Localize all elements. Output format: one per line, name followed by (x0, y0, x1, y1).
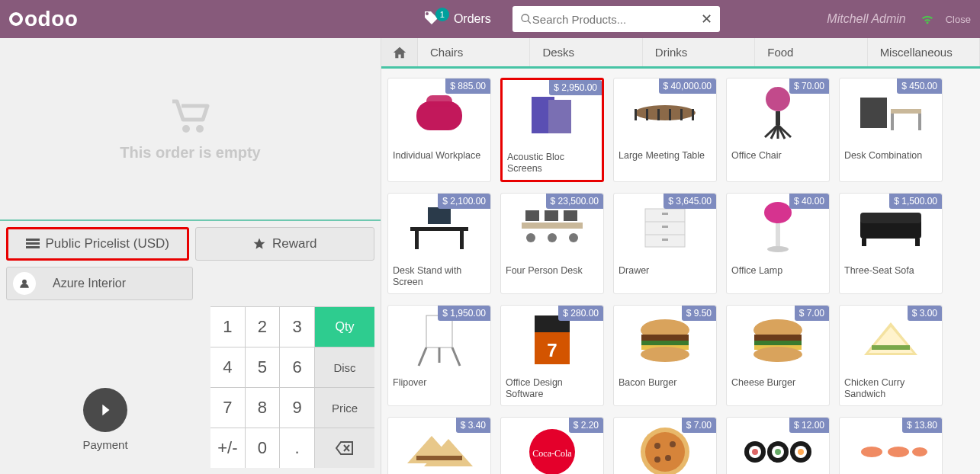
svg-rect-9 (548, 100, 571, 133)
product-price: $ 3.40 (456, 418, 490, 433)
svg-rect-7 (426, 95, 452, 107)
numpad-price[interactable]: Price (315, 388, 374, 428)
category-drinks[interactable]: Drinks (643, 38, 755, 66)
svg-rect-50 (862, 239, 866, 246)
user-name[interactable]: Mitchell Admin (827, 12, 905, 26)
numpad-5[interactable]: 5 (246, 347, 280, 387)
product-card[interactable]: $ 40.00 Office Lamp (726, 193, 830, 294)
svg-rect-2 (26, 239, 40, 241)
svg-rect-35 (564, 210, 577, 221)
numpad-7[interactable]: 7 (210, 388, 245, 428)
product-card[interactable]: $ 2.20 Coca-Cola Coca-Cola (500, 417, 604, 474)
product-price: $ 2,100.00 (438, 194, 490, 209)
product-card[interactable]: $ 23,500.00 Four Person Desk (500, 193, 604, 294)
orders-label: Orders (454, 12, 491, 26)
product-price: $ 13.80 (902, 418, 942, 433)
svg-rect-18 (776, 111, 780, 125)
svg-rect-24 (860, 98, 887, 128)
svg-rect-15 (680, 109, 683, 120)
product-card[interactable]: $ 12.00 Lunch Maki 18pc (726, 417, 830, 474)
svg-point-80 (670, 441, 676, 447)
numpad-0[interactable]: 0 (246, 428, 280, 468)
numpad-9[interactable]: 9 (280, 388, 314, 428)
order-area: This order is empty (0, 38, 381, 219)
product-card[interactable]: $ 1,950.00 Flipover (387, 305, 491, 406)
svg-rect-32 (522, 223, 583, 229)
numpad-plusminus[interactable]: +/- (210, 428, 245, 468)
product-card[interactable]: $ 2,950.00 Acoustic Bloc Screens (500, 78, 604, 182)
reward-button[interactable]: Reward (195, 227, 375, 261)
product-card[interactable]: $ 280.00 7 Office Design Software (500, 305, 604, 406)
svg-rect-29 (410, 227, 468, 231)
svg-point-82 (654, 456, 660, 463)
numpad-2[interactable]: 2 (246, 307, 280, 347)
product-card[interactable]: $ 9.50 Bacon Burger (613, 305, 717, 406)
product-card[interactable]: $ 3.00 Chicken Curry Sandwich (839, 305, 943, 406)
numpad-backspace[interactable] (315, 428, 374, 468)
numpad-3[interactable]: 3 (280, 307, 314, 347)
orders-button[interactable]: 1 Orders (422, 10, 491, 28)
product-card[interactable]: $ 885.00 Individual Workplace (387, 78, 491, 182)
category-chairs[interactable]: Chairs (418, 38, 530, 66)
search-input[interactable] (532, 13, 701, 26)
product-price: $ 9.50 (682, 306, 716, 321)
svg-rect-25 (891, 109, 921, 114)
product-name: Acoustic Bloc Screens (503, 149, 602, 180)
search-icon (520, 13, 532, 25)
numpad-6[interactable]: 6 (280, 347, 314, 387)
numpad-8[interactable]: 8 (246, 388, 280, 428)
svg-point-5 (22, 280, 27, 284)
product-card[interactable]: $ 450.00 Desk Combination (839, 78, 943, 182)
product-card[interactable]: $ 3,645.00 Drawer (613, 193, 717, 294)
product-name: Four Person Desk (501, 262, 603, 282)
home-icon (392, 46, 407, 59)
product-card[interactable]: $ 3.40 Club Sandwich (387, 417, 491, 474)
svg-rect-26 (891, 114, 894, 130)
numpad-disc[interactable]: Disc (315, 347, 374, 387)
payment-label: Payment (82, 438, 127, 451)
numpad-1[interactable]: 1 (210, 307, 245, 347)
product-card[interactable]: $ 7.00 Funghi (613, 417, 717, 474)
numpad-dot[interactable]: . (280, 428, 314, 468)
product-price: $ 450.00 (897, 78, 942, 94)
svg-rect-11 (635, 109, 637, 120)
svg-point-45 (764, 202, 792, 223)
svg-rect-33 (525, 210, 539, 221)
numpad-qty[interactable]: Qty (315, 307, 374, 347)
product-card[interactable]: $ 13.80 Lunch Salmon 20pc (839, 417, 943, 474)
svg-rect-31 (460, 231, 464, 249)
svg-text:Coca-Cola: Coca-Cola (532, 448, 572, 459)
product-name: Desk Stand with Screen (388, 262, 490, 293)
svg-point-38 (569, 233, 578, 242)
svg-rect-34 (545, 210, 558, 221)
category-food[interactable]: Food (755, 38, 867, 66)
svg-rect-12 (646, 109, 648, 120)
product-card[interactable]: $ 2,100.00 Desk Stand with Screen (387, 193, 491, 294)
product-name: Cheese Burger (727, 374, 829, 394)
svg-point-10 (635, 105, 696, 120)
svg-rect-43 (662, 226, 668, 228)
svg-rect-42 (662, 213, 668, 215)
product-card[interactable]: $ 7.00 Cheese Burger (726, 305, 830, 406)
product-price: $ 40,000.00 (659, 78, 716, 94)
category-misc[interactable]: Miscellaneous (868, 38, 980, 66)
product-price: $ 23,500.00 (546, 194, 603, 209)
product-price: $ 2,950.00 (549, 80, 602, 95)
product-price: $ 40.00 (789, 194, 829, 209)
list-icon (26, 239, 40, 249)
search-box[interactable]: ✕ (512, 6, 720, 32)
product-card[interactable]: $ 70.00 Office Chair (726, 78, 830, 182)
close-button[interactable]: Close (946, 14, 971, 25)
product-card[interactable]: $ 40,000.00 Large Meeting Table (613, 78, 717, 182)
customer-button[interactable]: Azure Interior (6, 267, 193, 300)
pricelist-button[interactable]: Public Pricelist (USD) (6, 227, 189, 261)
category-home[interactable] (381, 38, 418, 66)
svg-rect-46 (776, 223, 780, 248)
clear-search-icon[interactable]: ✕ (701, 11, 712, 27)
product-card[interactable]: $ 1,500.00 Three-Seat Sofa (839, 193, 943, 294)
svg-line-53 (419, 347, 426, 366)
svg-rect-30 (415, 231, 419, 249)
payment-button[interactable] (83, 388, 127, 432)
category-desks[interactable]: Desks (530, 38, 642, 66)
numpad-4[interactable]: 4 (210, 347, 245, 387)
